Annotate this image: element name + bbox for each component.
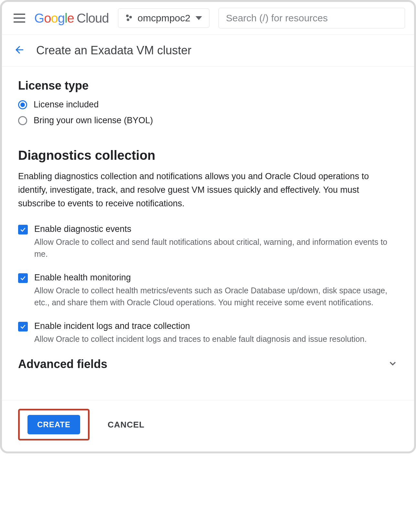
checkbox-sublabel: Allow Oracle to collect incident logs an… [34, 333, 367, 345]
advanced-heading: Advanced fields [18, 357, 107, 371]
radio-license-byol[interactable]: Bring your own license (BYOL) [18, 115, 398, 125]
radio-icon [18, 116, 27, 125]
create-highlight: CREATE [18, 409, 90, 440]
radio-license-included[interactable]: License included [18, 100, 398, 110]
project-icon [125, 15, 133, 22]
checkbox-icon [18, 225, 28, 234]
google-cloud-logo[interactable]: Google Cloud [34, 11, 109, 26]
checkbox-label: Enable diagnostic events [34, 224, 398, 234]
radio-label: License included [34, 100, 99, 110]
checkbox-health-monitoring[interactable]: Enable health monitoring Allow Oracle to… [18, 273, 398, 309]
menu-icon[interactable] [14, 14, 25, 23]
checkbox-sublabel: Allow Oracle to collect and send fault n… [34, 236, 398, 260]
project-name: omcpmpoc2 [138, 13, 190, 24]
logo-product: Cloud [77, 11, 109, 26]
create-button[interactable]: CREATE [27, 415, 80, 434]
cancel-button[interactable]: CANCEL [106, 419, 146, 430]
license-heading: License type [18, 79, 398, 92]
checkbox-sublabel: Allow Oracle to collect health metrics/e… [34, 285, 398, 309]
checkbox-icon [18, 322, 28, 331]
chevron-down-icon [196, 16, 202, 20]
checkbox-label: Enable incident logs and trace collectio… [34, 321, 367, 331]
checkbox-incident-logs[interactable]: Enable incident logs and trace collectio… [18, 321, 398, 345]
diagnostics-heading: Diagnostics collection [18, 148, 398, 163]
top-bar: Google Cloud omcpmpoc2 Search (/) for re… [2, 2, 414, 35]
checkbox-diagnostic-events[interactable]: Enable diagnostic events Allow Oracle to… [18, 224, 398, 260]
checkbox-icon [18, 273, 28, 283]
search-input[interactable]: Search (/) for resources [219, 8, 405, 28]
chevron-down-icon [388, 358, 398, 370]
back-arrow-icon[interactable] [14, 44, 25, 57]
footer-bar: CREATE CANCEL [2, 400, 414, 451]
page-header: Create an Exadata VM cluster [2, 35, 414, 67]
radio-icon [18, 100, 27, 109]
page-title: Create an Exadata VM cluster [36, 44, 191, 57]
project-picker[interactable]: omcpmpoc2 [118, 8, 209, 28]
diagnostics-description: Enabling diagnostics collection and noti… [18, 170, 398, 211]
radio-label: Bring your own license (BYOL) [34, 115, 153, 125]
checkbox-label: Enable health monitoring [34, 273, 398, 283]
advanced-fields-toggle[interactable]: Advanced fields [18, 357, 398, 371]
